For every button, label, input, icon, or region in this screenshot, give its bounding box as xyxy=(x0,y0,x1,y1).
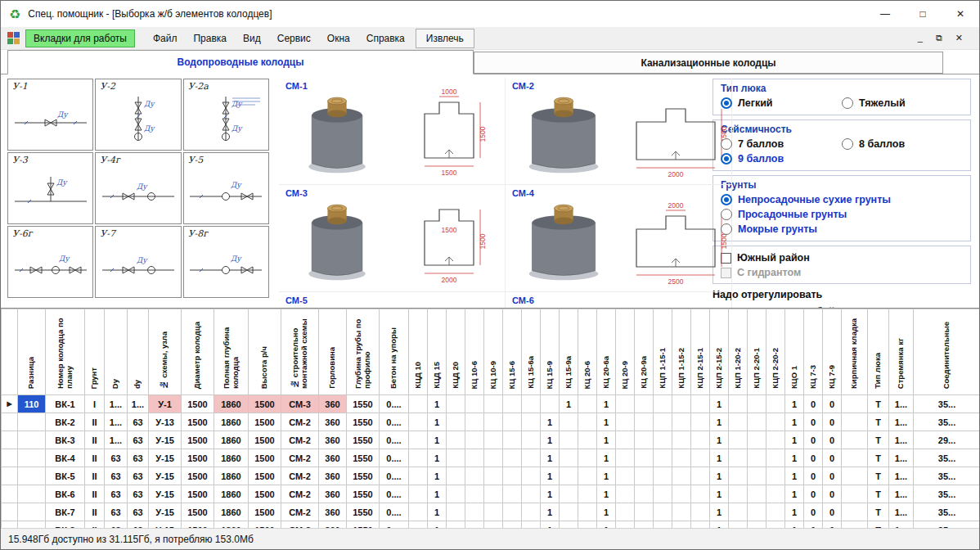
table-cell[interactable]: Т xyxy=(868,449,889,467)
table-cell[interactable]: Т xyxy=(868,503,889,521)
table-cell[interactable]: 1 xyxy=(710,395,729,413)
table-cell[interactable] xyxy=(522,431,541,449)
model-cell-СМ-2[interactable]: СМ-2 15002000 xyxy=(506,78,732,185)
table-cell[interactable] xyxy=(691,521,710,529)
table-row-5[interactable]: ВК-5II6363У-15150018601500СМ-236015500..… xyxy=(2,467,980,485)
table-cell[interactable] xyxy=(18,449,46,467)
table-cell[interactable]: ВК-1 xyxy=(46,395,85,413)
table-cell[interactable] xyxy=(447,413,465,431)
work-tabs-button[interactable]: Вкладки для работы xyxy=(25,29,135,47)
table-cell[interactable]: 1 xyxy=(785,485,804,503)
table-row-8[interactable]: ВК-8II6363У-15150018601500СМ-236015500..… xyxy=(2,521,980,529)
table-cell[interactable] xyxy=(578,503,597,521)
table-cell[interactable] xyxy=(560,431,578,449)
table-cell[interactable]: 1 xyxy=(428,413,447,431)
column-header-39[interactable]: Соединительные xyxy=(914,309,980,395)
table-cell[interactable]: 360 xyxy=(319,449,347,467)
table-row-4[interactable]: ВК-4II6363У-15150018601500СМ-236015500..… xyxy=(2,449,980,467)
column-header-21[interactable]: КЦ 15-9а xyxy=(560,309,578,395)
table-cell[interactable]: СМ-2 xyxy=(281,485,319,503)
table-cell[interactable]: II xyxy=(85,413,105,431)
column-header-7[interactable]: Полная глубина колодца xyxy=(214,309,249,395)
table-cell[interactable] xyxy=(465,467,484,485)
table-cell[interactable] xyxy=(616,485,635,503)
table-cell[interactable] xyxy=(691,449,710,467)
table-cell[interactable]: 1860 xyxy=(214,503,249,521)
column-header-2[interactable]: Грунт xyxy=(85,309,105,395)
table-cell[interactable] xyxy=(842,521,868,529)
table-cell[interactable] xyxy=(748,485,766,503)
table-cell[interactable]: 1860 xyxy=(214,467,249,485)
table-cell[interactable]: 1500 xyxy=(249,521,281,529)
model-cell-СМ-4[interactable]: СМ-4 200015002500 xyxy=(506,185,732,292)
menu-item-3[interactable]: Сервис xyxy=(269,29,319,48)
table-cell[interactable] xyxy=(691,485,710,503)
row-selector[interactable] xyxy=(2,413,18,431)
table-cell[interactable]: 1 xyxy=(785,521,804,529)
column-header-20[interactable]: КЦ 15-9 xyxy=(541,309,560,395)
table-cell[interactable] xyxy=(578,413,597,431)
row-selector[interactable]: ▶ xyxy=(2,395,18,413)
table-cell[interactable]: II xyxy=(85,521,105,529)
table-cell[interactable] xyxy=(578,449,597,467)
table-cell[interactable]: 63 xyxy=(105,503,128,521)
table-cell[interactable] xyxy=(766,395,785,413)
table-cell[interactable]: 1550 xyxy=(347,413,380,431)
table-cell[interactable]: ВК-3 xyxy=(46,431,85,449)
table-cell[interactable] xyxy=(748,431,766,449)
table-cell[interactable]: 1... xyxy=(889,503,914,521)
table-cell[interactable] xyxy=(503,485,522,503)
table-cell[interactable] xyxy=(654,467,672,485)
table-cell[interactable]: 35... xyxy=(914,485,980,503)
column-header-36[interactable]: Кирпичная кладка xyxy=(842,309,868,395)
table-cell[interactable] xyxy=(766,449,785,467)
table-cell[interactable]: 0.... xyxy=(380,413,409,431)
table-cell[interactable] xyxy=(748,449,766,467)
column-header-0[interactable]: Разница xyxy=(18,309,46,395)
table-cell[interactable]: 1 xyxy=(710,503,729,521)
table-cell[interactable] xyxy=(484,503,503,521)
table-cell[interactable] xyxy=(484,467,503,485)
table-cell[interactable]: 35... xyxy=(914,503,980,521)
row-selector[interactable] xyxy=(2,431,18,449)
table-cell[interactable] xyxy=(672,485,691,503)
table-cell[interactable] xyxy=(729,521,748,529)
table-cell[interactable]: 0 xyxy=(823,485,842,503)
table-cell[interactable] xyxy=(18,467,46,485)
table-cell[interactable]: 63 xyxy=(128,521,149,529)
column-header-15[interactable]: КЦД 20 xyxy=(447,309,465,395)
column-header-22[interactable]: КЦ 20-6 xyxy=(578,309,597,395)
table-cell[interactable] xyxy=(447,467,465,485)
column-header-4[interactable]: dy xyxy=(128,309,149,395)
column-header-31[interactable]: КЦП 2-20-1 xyxy=(748,309,766,395)
table-cell[interactable] xyxy=(729,485,748,503)
scheme-cell-У-7[interactable]: У-7Ду xyxy=(95,226,181,298)
table-cell[interactable] xyxy=(654,521,672,529)
table-cell[interactable] xyxy=(18,431,46,449)
column-header-8[interactable]: Высота р/ч xyxy=(249,309,281,395)
table-cell[interactable]: 110 xyxy=(18,395,46,413)
table-cell[interactable] xyxy=(465,485,484,503)
table-cell[interactable]: 1... xyxy=(128,395,149,413)
table-cell[interactable]: 1 xyxy=(597,467,616,485)
table-cell[interactable] xyxy=(842,485,868,503)
column-header-6[interactable]: Диаметр колодца xyxy=(182,309,214,395)
table-cell[interactable]: 1500 xyxy=(249,503,281,521)
table-cell[interactable]: СМ-2 xyxy=(281,467,319,485)
table-cell[interactable]: 1 xyxy=(710,521,729,529)
table-cell[interactable]: 0 xyxy=(823,431,842,449)
table-cell[interactable]: 63 xyxy=(105,521,128,529)
table-cell[interactable] xyxy=(729,395,748,413)
column-header-13[interactable]: КЦД 10 xyxy=(409,309,428,395)
table-cell[interactable]: I xyxy=(85,395,105,413)
table-cell[interactable] xyxy=(842,431,868,449)
table-cell[interactable] xyxy=(672,449,691,467)
scheme-cell-У-5[interactable]: У-5Ду xyxy=(183,152,269,224)
table-cell[interactable]: II xyxy=(85,503,105,521)
table-cell[interactable] xyxy=(409,485,428,503)
table-cell[interactable]: 1 xyxy=(428,431,447,449)
table-cell[interactable] xyxy=(465,449,484,467)
table-cell[interactable]: ВК-7 xyxy=(46,503,85,521)
menu-item-5[interactable]: Справка xyxy=(358,29,413,48)
table-cell[interactable]: 1 xyxy=(710,449,729,467)
